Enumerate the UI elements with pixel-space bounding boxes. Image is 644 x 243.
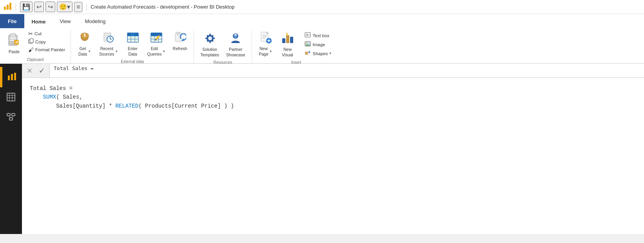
image-button[interactable]: Image [302, 40, 334, 49]
svg-rect-62 [14, 73, 16, 80]
text-box-icon: A= [305, 32, 311, 39]
formula-cancel-button[interactable]: ✕ [25, 66, 34, 76]
recent-sources-button[interactable]: RecentSources ▼ [96, 30, 121, 58]
model-view-icon [7, 112, 15, 121]
get-data-label: GetData [78, 46, 87, 57]
svg-rect-2 [9, 3, 11, 10]
solution-templates-label: SolutionTemplates [200, 47, 219, 58]
formula-bar-buttons: ✕ ✓ [22, 64, 50, 77]
clipboard-items: Paste ✂ Cut Co [3, 30, 67, 56]
title-bar-icons: 💾 ↩ ↪ 🙂▾ ≡ [3, 2, 89, 12]
get-data-button[interactable]: $ GetData ▼ [74, 30, 95, 58]
svg-text:A=: A= [306, 33, 310, 37]
svg-point-56 [306, 42, 307, 44]
separator-1 [16, 3, 16, 11]
text-box-label: Text box [313, 33, 330, 38]
window-title: Create Automated Forecasts - development… [91, 4, 234, 10]
smiley-button[interactable]: 🙂▾ [57, 2, 73, 12]
new-visual-label: NewVisual [282, 47, 293, 58]
svg-point-40 [234, 34, 237, 36]
paste-icon [7, 32, 21, 49]
sidebar-item-model[interactable] [0, 107, 22, 126]
new-visual-icon [281, 31, 294, 46]
left-sidebar [0, 64, 22, 234]
paste-label: Paste [9, 49, 20, 54]
enter-data-icon [127, 31, 139, 45]
formula-line-2: SUMX( Sales, [30, 93, 636, 101]
new-visual-button[interactable]: NewVisual [277, 30, 298, 59]
formula-confirm-button[interactable]: ✓ [37, 66, 46, 76]
clipboard-label: Clipboard [3, 56, 67, 63]
external-data-group: $ GetData ▼ [71, 30, 194, 63]
svg-rect-0 [4, 7, 6, 10]
svg-rect-30 [151, 33, 162, 36]
partner-showcase-button[interactable]: PartnerShowcase [223, 30, 248, 59]
svg-rect-48 [282, 38, 285, 43]
solution-templates-button[interactable]: SolutionTemplates [197, 30, 222, 59]
pin-button[interactable]: ≡ [74, 2, 82, 12]
report-view-icon [7, 72, 16, 82]
sidebar-item-report[interactable] [0, 67, 22, 87]
edit-queries-arrow: ▼ [162, 50, 165, 53]
enter-data-button[interactable]: EnterData [122, 30, 143, 58]
edit-queries-button[interactable]: EditQueries ▼ [144, 30, 169, 58]
paste-button[interactable]: Paste [3, 30, 25, 56]
ribbon-content: Paste ✂ Cut Co [0, 28, 644, 63]
formula-bar: ✕ ✓ Total Sales = [22, 64, 644, 78]
svg-rect-58 [305, 52, 308, 55]
formula-line-1: Total Sales = [30, 84, 636, 93]
shapes-with-arrow: Shapes ▼ [313, 51, 332, 56]
format-painter-button[interactable]: 🖌 Format Painter [26, 46, 67, 54]
edit-queries-label: EditQueries [147, 46, 162, 57]
external-data-items: $ GetData ▼ [74, 30, 190, 58]
svg-marker-59 [308, 50, 310, 53]
shapes-button[interactable]: Shapes ▼ [302, 49, 334, 58]
recent-sources-label: RecentSources [99, 46, 114, 57]
powerbi-logo-icon [3, 2, 12, 12]
cut-button[interactable]: ✂ Cut [26, 30, 67, 38]
resources-items: SolutionTemplates PartnerShowcase [197, 30, 248, 59]
svg-rect-70 [9, 118, 13, 120]
new-page-button[interactable]: NewPage ▼ [255, 30, 276, 58]
formula-line-3: Sales[Quantity] * RELATED( Products[Curr… [30, 102, 636, 110]
svg-rect-10 [30, 39, 33, 43]
sidebar-item-data[interactable] [0, 87, 22, 107]
image-icon [305, 41, 311, 48]
svg-marker-51 [285, 32, 288, 35]
svg-rect-68 [7, 113, 10, 116]
svg-rect-24 [131, 33, 135, 36]
shapes-icon [305, 50, 311, 57]
image-label: Image [313, 42, 325, 47]
text-box-button[interactable]: A= Text box [302, 31, 334, 40]
tab-modeling[interactable]: Modeling [78, 14, 112, 28]
tab-home[interactable]: Home [24, 14, 53, 28]
svg-rect-1 [7, 5, 9, 10]
partner-showcase-label: PartnerShowcase [226, 47, 245, 58]
copy-icon [28, 38, 34, 45]
svg-rect-7 [10, 40, 15, 41]
svg-rect-69 [12, 113, 15, 116]
svg-rect-5 [10, 37, 16, 38]
undo-button[interactable]: ↩ [34, 2, 44, 12]
formula-input[interactable]: Total Sales = [50, 64, 644, 77]
insert-group: NewPage ▼ [252, 30, 341, 63]
redo-button[interactable]: ↪ [45, 2, 55, 12]
formula-display: Total Sales = SUMX( Sales, Sales[Quantit… [22, 78, 644, 234]
main-area: ✕ ✓ Total Sales = Total Sales = SUMX( Sa… [0, 64, 644, 234]
insert-items: NewPage ▼ [255, 30, 337, 59]
format-painter-label: Format Painter [35, 47, 65, 52]
separator-2 [86, 3, 87, 11]
refresh-button[interactable]: Refresh [169, 30, 190, 53]
refresh-label: Refresh [173, 46, 187, 52]
tab-view[interactable]: View [53, 14, 78, 28]
copy-button[interactable]: Copy [26, 38, 67, 46]
svg-rect-4 [10, 34, 16, 37]
formula-related: RELATED [115, 103, 138, 109]
ribbon-tab-bar: File Home View Modeling [0, 14, 644, 28]
cut-icon: ✂ [28, 31, 33, 37]
format-painter-icon: 🖌 [28, 47, 34, 53]
tab-file[interactable]: File [0, 14, 24, 28]
title-bar: 💾 ↩ ↪ 🙂▾ ≡ Create Automated Forecasts - … [0, 0, 644, 14]
refresh-icon [174, 31, 186, 45]
save-button[interactable]: 💾 [20, 2, 33, 12]
